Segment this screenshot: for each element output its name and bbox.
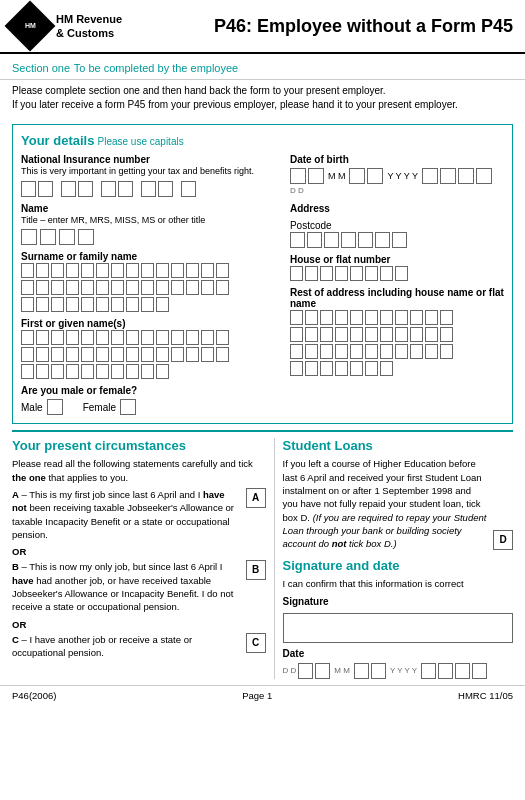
your-details-title: Your details	[21, 133, 94, 148]
female-option[interactable]: Female	[83, 399, 136, 415]
option-d-checkbox[interactable]: D	[493, 530, 513, 550]
ni-box-5[interactable]	[101, 181, 116, 197]
s5[interactable]	[81, 263, 94, 278]
postcode-boxes[interactable]	[290, 232, 504, 248]
option-a-checkbox[interactable]: A	[246, 488, 266, 508]
student-loans-title: Student Loans	[283, 438, 513, 453]
ni-box-7[interactable]	[141, 181, 156, 197]
sig-date-y3[interactable]	[455, 663, 470, 679]
surname-input[interactable]	[21, 263, 278, 312]
title-box-4[interactable]	[78, 229, 94, 245]
your-details-subtitle: Please use capitals	[98, 136, 184, 147]
page-title: P46: Employee without a Form P45	[172, 16, 513, 37]
option-b-row: B – This is now my only job, but since l…	[12, 560, 266, 613]
postcode-label: Postcode	[290, 220, 504, 231]
title-box-3[interactable]	[59, 229, 75, 245]
sig-date-m2[interactable]	[371, 663, 386, 679]
dob-m2[interactable]	[367, 168, 383, 184]
gender-row: Male Female	[21, 399, 278, 415]
dob-mm-label: M M	[326, 171, 348, 181]
dob-m1[interactable]	[349, 168, 365, 184]
ni-box-6[interactable]	[118, 181, 133, 197]
ni-box-8[interactable]	[158, 181, 173, 197]
date-boxes-bottom[interactable]: D D M M Y Y Y Y	[283, 663, 513, 679]
pc-4[interactable]	[341, 232, 356, 248]
pc-5[interactable]	[358, 232, 373, 248]
surname-row-2[interactable]	[21, 280, 278, 295]
ni-box-3[interactable]	[61, 181, 76, 197]
s1[interactable]	[21, 263, 34, 278]
ni-box-4[interactable]	[78, 181, 93, 197]
s13[interactable]	[201, 263, 214, 278]
right-col: Student Loans If you left a course of Hi…	[275, 438, 513, 678]
sig-date-y4[interactable]	[472, 663, 487, 679]
sig-date-d1[interactable]	[298, 663, 313, 679]
s9[interactable]	[141, 263, 154, 278]
s12[interactable]	[186, 263, 199, 278]
firstname-label: First or given name(s)	[21, 318, 278, 329]
logo-icon: HM	[25, 22, 36, 30]
signature-box[interactable]	[283, 613, 513, 643]
ni-box-2[interactable]	[38, 181, 53, 197]
s11[interactable]	[171, 263, 184, 278]
rest-row-3[interactable]	[290, 344, 504, 359]
signature-label: Signature	[283, 595, 513, 609]
pc-3[interactable]	[324, 232, 339, 248]
dob-d-hint: D D	[290, 186, 304, 195]
surname-row-3[interactable]	[21, 297, 278, 312]
pc-1[interactable]	[290, 232, 305, 248]
sig-date-y2[interactable]	[438, 663, 453, 679]
dob-boxes[interactable]: M M Y Y Y Y	[290, 168, 504, 184]
name-sublabel: Title – enter MR, MRS, MISS, MS or other…	[21, 215, 278, 227]
title-box-2[interactable]	[40, 229, 56, 245]
rest-row-4[interactable]	[290, 361, 504, 376]
address-label: Address	[290, 203, 504, 214]
page-footer: P46(2006) Page 1 HMRC 11/05	[0, 685, 525, 705]
signature-section: Signature and date I can confirm that th…	[283, 558, 513, 678]
sig-date-d2[interactable]	[315, 663, 330, 679]
firstname-input[interactable]	[21, 330, 278, 379]
s3[interactable]	[51, 263, 64, 278]
dob-y3[interactable]	[458, 168, 474, 184]
s2[interactable]	[36, 263, 49, 278]
s8[interactable]	[126, 263, 139, 278]
option-c-checkbox[interactable]: C	[246, 633, 266, 653]
dob-y4[interactable]	[476, 168, 492, 184]
firstname-row-2[interactable]	[21, 347, 278, 362]
option-b-checkbox[interactable]: B	[246, 560, 266, 580]
dob-d1[interactable]	[290, 168, 306, 184]
sig-date-m1[interactable]	[354, 663, 369, 679]
male-checkbox[interactable]	[47, 399, 63, 415]
gender-section: Are you male or female? Male Female	[21, 385, 278, 415]
option-a-text: A – This is my first job since last 6 Ap…	[12, 488, 242, 541]
female-checkbox[interactable]	[120, 399, 136, 415]
sig-date-y1[interactable]	[421, 663, 436, 679]
student-loans-text: If you left a course of Higher Education…	[283, 457, 489, 550]
title-boxes[interactable]	[21, 229, 278, 245]
firstname-row-3[interactable]	[21, 364, 278, 379]
s10[interactable]	[156, 263, 169, 278]
date-y-hint: Y Y Y Y	[390, 665, 417, 676]
pc-6[interactable]	[375, 232, 390, 248]
pc-2[interactable]	[307, 232, 322, 248]
pc-7[interactable]	[392, 232, 407, 248]
ni-box-9[interactable]	[181, 181, 196, 197]
ni-number-boxes[interactable]	[21, 181, 278, 197]
s4[interactable]	[66, 263, 79, 278]
male-option[interactable]: Male	[21, 399, 63, 415]
option-c-text: C – I have another job or receive a stat…	[12, 633, 242, 660]
dob-y2[interactable]	[440, 168, 456, 184]
rest-address-input[interactable]	[290, 310, 504, 376]
surname-row-1[interactable]	[21, 263, 278, 278]
title-box-1[interactable]	[21, 229, 37, 245]
firstname-row-1[interactable]	[21, 330, 278, 345]
house-boxes[interactable]	[290, 266, 504, 281]
rest-row-1[interactable]	[290, 310, 504, 325]
s6[interactable]	[96, 263, 109, 278]
dob-d2[interactable]	[308, 168, 324, 184]
dob-y1[interactable]	[422, 168, 438, 184]
ni-box-1[interactable]	[21, 181, 36, 197]
s7[interactable]	[111, 263, 124, 278]
s14[interactable]	[216, 263, 229, 278]
rest-row-2[interactable]	[290, 327, 504, 342]
